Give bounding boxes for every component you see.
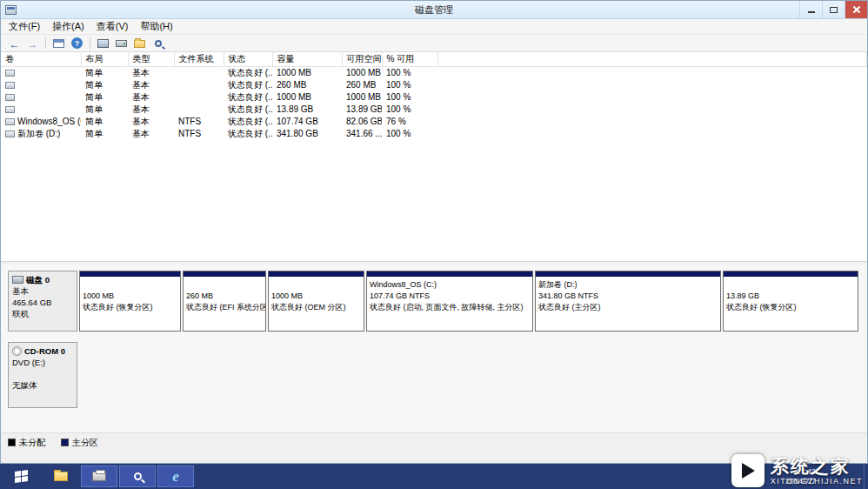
internet-explorer-icon — [172, 468, 179, 486]
volume-icon — [5, 70, 15, 77]
partition-oem[interactable]: 1000 MB 状态良好 (OEM 分区) — [268, 271, 364, 332]
toolbar-separator — [90, 37, 90, 49]
partition-type-band — [724, 271, 858, 277]
watermark-title: 系统之家 — [771, 456, 863, 477]
col-layout[interactable]: 布局 — [81, 52, 128, 66]
menu-view[interactable]: 查看(V) — [90, 19, 135, 34]
partition-efi[interactable]: 260 MB 状态良好 (EFI 系统分区) — [183, 271, 266, 332]
volume-icon — [5, 94, 15, 101]
partition-title: Windows8_OS (C:) — [367, 279, 532, 291]
table-row[interactable]: 简单 基本 状态良好 (... 13.89 GB 13.89 GB 100 % — [1, 104, 867, 116]
close-button[interactable] — [845, 1, 867, 18]
taskbar-internet-explorer[interactable] — [157, 466, 194, 487]
cdrom-drive: DVD (E:) — [12, 357, 73, 368]
table-row[interactable]: 新加卷 (D:) 简单 基本 NTFS 状态良好 (... 341.80 GB … — [1, 128, 867, 140]
partition-status: 状态良好 (恢复分区) — [724, 302, 858, 313]
folder-icon — [134, 40, 145, 48]
folder-button[interactable] — [131, 36, 148, 50]
maximize-icon — [830, 7, 838, 13]
primary-color-swatch — [61, 439, 69, 446]
minimize-button[interactable] — [799, 1, 822, 18]
watermark-subtitle: XITONGZHIJIA.NET — [771, 477, 863, 486]
show-button[interactable] — [95, 36, 111, 50]
col-status[interactable]: 状态 — [224, 52, 272, 66]
partition-size: 13.89 GB — [724, 291, 858, 302]
xitongzhijia-logo — [731, 454, 765, 487]
show-desktop-button[interactable] — [864, 464, 868, 489]
col-free-space[interactable]: 可用空间 — [342, 52, 382, 66]
taskbar-printer-app[interactable] — [81, 466, 117, 487]
search-button[interactable] — [150, 36, 166, 50]
menubar: 文件(F) 操作(A) 查看(V) 帮助(H) — [1, 19, 867, 35]
table-row[interactable]: 简单 基本 状态良好 (... 1000 MB 1000 MB 100 % — [1, 91, 867, 104]
disk0-name: 磁盘 0 — [26, 274, 50, 285]
partition-size: 341.80 GB NTFS — [536, 291, 720, 302]
col-filesystem[interactable]: 文件系统 — [174, 52, 224, 66]
table-row[interactable]: 简单 基本 状态良好 (... 1000 MB 1000 MB 100 % — [1, 66, 867, 79]
partition-type-band — [80, 271, 180, 277]
partition-type-band — [367, 271, 532, 277]
partition-type-band — [536, 271, 720, 277]
partition-recovery-1[interactable]: 1000 MB 状态良好 (恢复分区) — [79, 271, 181, 332]
printer-icon — [92, 472, 106, 481]
disk0-partitions: 1000 MB 状态良好 (恢复分区) 260 MB 状态良好 (EFI 系统分… — [79, 271, 858, 332]
console-tree-button[interactable] — [50, 36, 67, 50]
back-icon — [10, 36, 20, 51]
partition-size: 260 MB — [184, 291, 265, 302]
taskbar-search[interactable] — [119, 466, 156, 487]
volume-icon — [5, 118, 15, 125]
menu-action[interactable]: 操作(A) — [46, 19, 90, 34]
graphical-view-pane: 磁盘 0 基本 465.64 GB 联机 1000 MB 状态良好 (恢复分区) — [1, 265, 867, 432]
menu-help[interactable]: 帮助(H) — [134, 19, 178, 34]
disk-action-button[interactable] — [113, 36, 130, 50]
volume-name: Windows8_OS (C:) — [17, 117, 81, 126]
partition-recovery-2[interactable]: 13.89 GB 状态良好 (恢复分区) — [723, 271, 858, 332]
window-title: 磁盘管理 — [1, 3, 867, 17]
file-explorer-icon — [54, 472, 68, 481]
taskbar-file-explorer[interactable] — [43, 466, 79, 487]
col-capacity[interactable]: 容量 — [272, 52, 342, 66]
partition-type-band — [269, 271, 364, 277]
partition-status: 状态良好 (启动, 页面文件, 故障转储, 主分区) — [367, 302, 532, 313]
partition-windows8-os-c[interactable]: Windows8_OS (C:) 107.74 GB NTFS 状态良好 (启动… — [366, 271, 533, 332]
disk0-header[interactable]: 磁盘 0 基本 465.64 GB 联机 — [8, 271, 77, 332]
disk-management-window: 磁盘管理 文件(F) 操作(A) 查看(V) 帮助(H) — [0, 0, 868, 464]
volume-icon — [5, 131, 15, 137]
menu-file[interactable]: 文件(F) — [3, 19, 46, 34]
col-volume[interactable]: 卷 — [1, 52, 81, 66]
col-type[interactable]: 类型 — [128, 52, 174, 66]
partition-status: 状态良好 (OEM 分区) — [269, 302, 364, 313]
partition-title — [724, 279, 858, 291]
legend-primary: 主分区 — [61, 437, 98, 449]
desktop-screen: 磁盘管理 文件(F) 操作(A) 查看(V) 帮助(H) — [0, 0, 868, 489]
volume-icon — [5, 82, 15, 89]
back-button[interactable] — [6, 36, 23, 50]
partition-title — [80, 279, 180, 291]
partition-title: 新加卷 (D:) — [536, 279, 720, 291]
start-button[interactable] — [0, 464, 42, 489]
partition-type-band — [184, 271, 265, 277]
app-icon — [5, 5, 17, 15]
forward-button[interactable] — [24, 36, 41, 50]
table-row[interactable]: 简单 基本 状态良好 (... 260 MB 260 MB 100 % — [1, 79, 867, 91]
windows-logo-icon — [15, 470, 28, 483]
cdrom-status: 无媒体 — [12, 379, 73, 391]
col-filler — [437, 52, 867, 66]
cdrom-header[interactable]: CD-ROM 0 DVD (E:) 无媒体 — [8, 342, 77, 408]
legend-bar: 未分配 主分区 — [1, 432, 867, 452]
cdrom-row: CD-ROM 0 DVD (E:) 无媒体 — [8, 342, 860, 408]
minimize-icon — [808, 11, 815, 13]
titlebar[interactable]: 磁盘管理 — [1, 1, 867, 19]
partition-status: 状态良好 (主分区) — [536, 302, 720, 313]
disk0-size: 465.64 GB — [12, 297, 73, 308]
help-button[interactable] — [69, 36, 85, 50]
console-tree-icon — [53, 39, 64, 48]
col-pct-free[interactable]: % 可用 — [382, 52, 437, 66]
table-row[interactable]: Windows8_OS (C:) 简单 基本 NTFS 状态良好 (... 10… — [1, 116, 867, 128]
toolbar — [1, 35, 867, 52]
watermark: 系统之家 XITONGZHIJIA.NET — [731, 454, 863, 487]
disk0-status: 联机 — [12, 308, 73, 319]
partition-new-volume-d[interactable]: 新加卷 (D:) 341.80 GB NTFS 状态良好 (主分区) — [535, 271, 721, 332]
maximize-button[interactable] — [822, 1, 845, 18]
volume-icon — [5, 106, 15, 113]
